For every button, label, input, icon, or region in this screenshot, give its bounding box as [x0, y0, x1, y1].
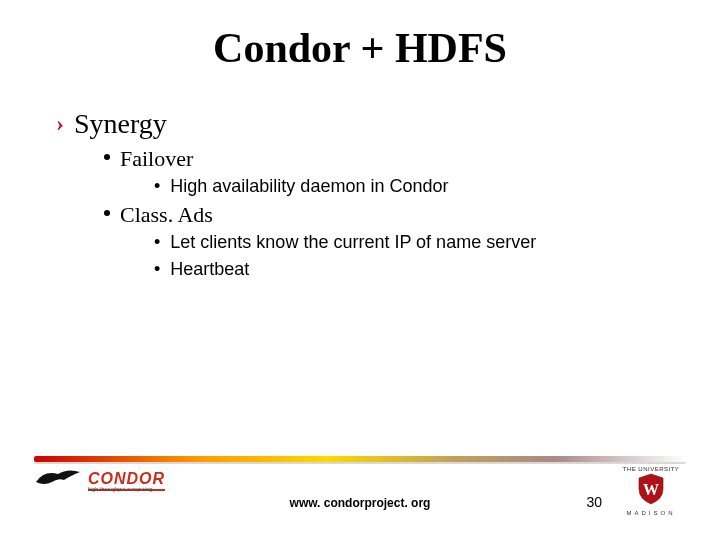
- bullet-dot-icon: [104, 210, 110, 216]
- wisconsin-crest-icon: W: [636, 473, 666, 505]
- bullet-lvl1: › Synergy: [56, 108, 680, 140]
- condor-bird-icon: [34, 468, 82, 492]
- divider-gradient: [34, 456, 686, 462]
- bullet-small-icon: •: [154, 257, 160, 281]
- bullet-text: Heartbeat: [170, 257, 249, 281]
- bullet-text: Let clients know the current IP of name …: [170, 230, 536, 254]
- condor-logo: CONDOR high throughput computing: [34, 468, 165, 492]
- page-number: 30: [586, 494, 602, 510]
- bullet-lvl3: • Let clients know the current IP of nam…: [56, 230, 680, 254]
- footer: CONDOR high throughput computing www. co…: [0, 450, 720, 540]
- bullet-lvl2: Class. Ads: [56, 202, 680, 228]
- chevron-right-icon: ›: [56, 110, 64, 137]
- bullet-text: Failover: [120, 146, 193, 172]
- bullet-small-icon: •: [154, 174, 160, 198]
- slide-title: Condor + HDFS: [0, 24, 720, 72]
- bullet-text: Synergy: [74, 108, 167, 140]
- bullet-small-icon: •: [154, 230, 160, 254]
- bullet-lvl2: Failover: [56, 146, 680, 172]
- slide: Condor + HDFS › Synergy Failover • High …: [0, 0, 720, 540]
- wisconsin-logo: THE UNIVERSITY W MADISON: [616, 466, 686, 516]
- wisconsin-bottom-text: MADISON: [616, 510, 686, 516]
- bullet-text: High availability daemon in Condor: [170, 174, 448, 198]
- bullet-text: Class. Ads: [120, 202, 213, 228]
- slide-content: › Synergy Failover • High availability d…: [0, 108, 720, 281]
- bullet-dot-icon: [104, 154, 110, 160]
- footer-url: www. condorproject. org: [0, 496, 720, 510]
- wisconsin-top-text: THE UNIVERSITY: [616, 466, 686, 472]
- condor-tagline: high throughput computing: [88, 486, 152, 492]
- wisconsin-w-letter: W: [643, 481, 659, 498]
- bullet-lvl3: • Heartbeat: [56, 257, 680, 281]
- bullet-lvl3: • High availability daemon in Condor: [56, 174, 680, 198]
